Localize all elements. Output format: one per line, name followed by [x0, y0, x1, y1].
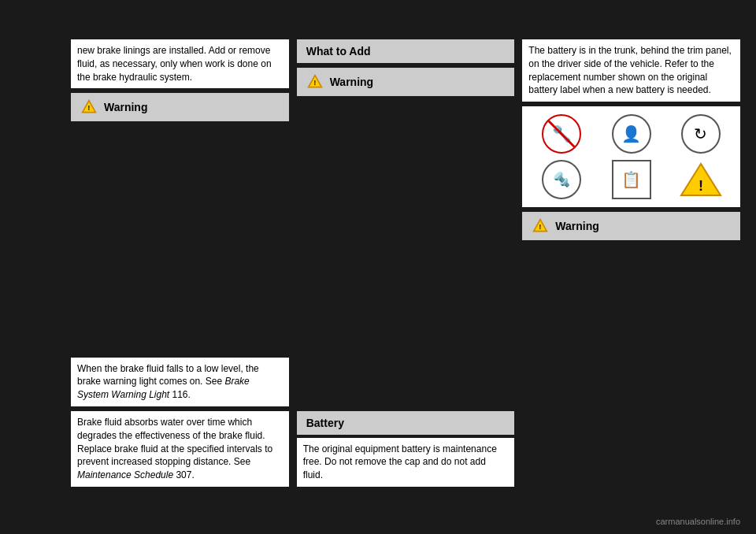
floor-tool-icon: 🔩: [542, 160, 581, 199]
battery-section: Battery The original equipment battery i…: [297, 411, 515, 487]
brake-linings-text: new brake linings are installed. Add or …: [71, 39, 289, 88]
warning-bar-2: ! Warning: [297, 68, 515, 96]
no-tools-icon: 🔧: [542, 114, 581, 154]
warning-icon-1: !: [80, 98, 98, 116]
svg-text:!: !: [88, 105, 91, 113]
warning-label-1: Warning: [104, 101, 147, 113]
column-3: The battery is in the trunk, behind the …: [522, 39, 740, 487]
warning-icon-3: !: [532, 217, 549, 235]
caution-triangle-icon: !: [680, 161, 722, 198]
safety-icons-grid: 🔧 👤 ↻ 🔩 📋: [522, 106, 740, 207]
battery-description: The original equipment battery is mainte…: [297, 438, 515, 487]
svg-text:!: !: [313, 79, 316, 87]
warning-bar-3: ! Warning: [522, 212, 740, 240]
manual-icon: 📋: [612, 160, 651, 199]
battery-header: Battery: [297, 411, 515, 435]
svg-line-2: [547, 120, 576, 149]
brake-fluid-absorbs-text: Brake fluid absorbs water over time whic…: [71, 411, 289, 487]
battery-location-text: The battery is in the trunk, behind the …: [522, 39, 740, 102]
rotation-icon: ↻: [681, 114, 721, 154]
warning-bar-1: ! Warning: [71, 93, 289, 121]
column-1: new brake linings are installed. Add or …: [71, 39, 289, 487]
watermark: carmanualsonline.info: [656, 517, 740, 526]
svg-text:!: !: [699, 178, 703, 194]
warning-label-2: Warning: [330, 76, 373, 88]
warning-icon-2: !: [306, 73, 324, 91]
svg-text:!: !: [539, 223, 542, 231]
person-safety-icon: 👤: [612, 114, 651, 154]
brake-fluid-low-text: When the brake fluid falls to a low leve…: [71, 358, 289, 406]
what-to-add-header: What to Add: [297, 39, 515, 63]
warning-label-3: Warning: [555, 220, 598, 232]
column-2: What to Add ! Warning Battery The origin…: [297, 39, 515, 487]
